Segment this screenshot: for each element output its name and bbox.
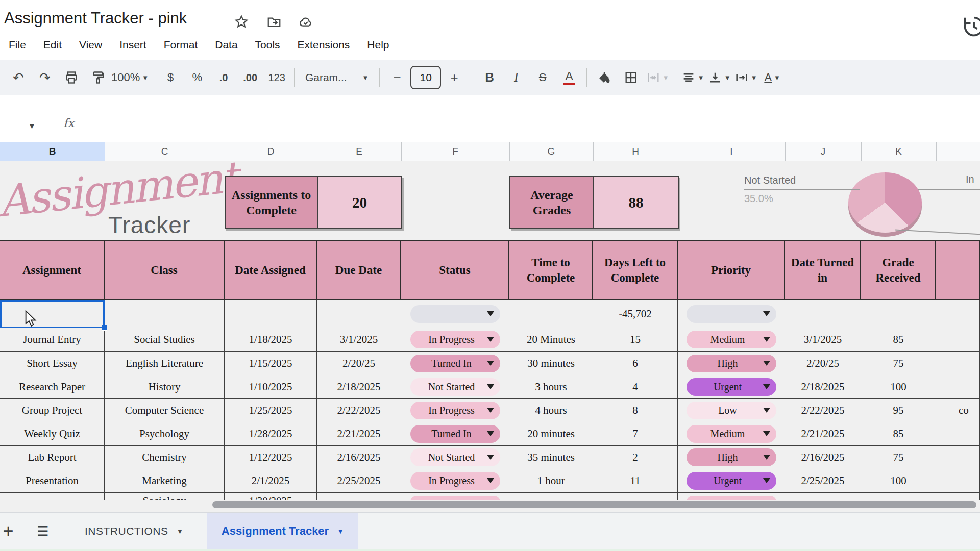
table-header-days-left-to-complete[interactable]: Days Left to Complete — [593, 240, 678, 300]
cell-status[interactable] — [401, 300, 509, 328]
font-select[interactable]: Garam...▼ — [299, 65, 375, 90]
format-percent-button[interactable]: % — [184, 65, 210, 90]
menu-help[interactable]: Help — [358, 36, 398, 54]
fill-color-button[interactable] — [591, 65, 618, 90]
cell-due-date[interactable]: 2/25/2025 — [317, 469, 401, 493]
cell-assignment[interactable]: Research Paper — [0, 375, 105, 399]
cell-extra[interactable] — [936, 352, 980, 375]
cell-time[interactable]: 30 minutes — [509, 352, 593, 375]
priority-dropdown-empty[interactable] — [687, 305, 776, 323]
cell-grade[interactable]: 95 — [861, 399, 936, 422]
cell-partial-time[interactable] — [509, 493, 593, 500]
status-dropdown[interactable]: Not Started — [410, 378, 500, 396]
menu-data[interactable]: Data — [206, 36, 246, 54]
cell-class-name[interactable]: Psychology — [105, 422, 225, 446]
cell-date-assigned[interactable]: 1/12/2025 — [225, 446, 317, 469]
cell-assignment[interactable]: Lab Report — [0, 446, 105, 469]
cell-extra[interactable] — [936, 446, 980, 469]
cell-date-assigned[interactable] — [225, 300, 317, 328]
text-color-button[interactable]: A — [556, 65, 582, 90]
cell-due-date[interactable]: 2/22/2025 — [317, 399, 401, 422]
cell-time[interactable]: 3 hours — [509, 375, 593, 399]
summary-assignments-box[interactable]: Assignments to Complete 20 — [225, 176, 402, 229]
cell-date-assigned[interactable]: 2/1/2025 — [225, 469, 317, 493]
cloud-saved-icon[interactable] — [298, 14, 313, 30]
priority-dropdown[interactable]: Medium — [687, 331, 776, 348]
status-dropdown[interactable]: Turned In — [410, 425, 500, 443]
cell-time[interactable] — [509, 300, 593, 328]
cell-partial-assignment[interactable] — [0, 493, 105, 500]
cell-due-date[interactable]: 2/16/2025 — [317, 446, 401, 469]
cell-priority[interactable]: Urgent — [678, 375, 785, 399]
column-header-K[interactable]: K — [861, 142, 937, 161]
add-sheet-button[interactable]: + — [0, 520, 18, 542]
cell-class-name[interactable]: History — [105, 375, 225, 399]
cell-due-date[interactable]: 2/20/25 — [317, 352, 401, 375]
menu-file[interactable]: File — [0, 36, 35, 54]
cell-partial-priority[interactable] — [678, 493, 785, 500]
cell-days-left[interactable]: -45,702 — [593, 300, 678, 328]
cell-assignment[interactable]: Group Project — [0, 399, 105, 422]
column-header-C[interactable]: C — [105, 142, 225, 161]
priority-dropdown[interactable]: High — [687, 355, 776, 372]
column-header-L[interactable] — [936, 142, 980, 161]
cell-status[interactable]: In Progress — [401, 469, 509, 493]
cell-date-assigned[interactable]: 1/18/2025 — [225, 328, 317, 352]
vertical-align-button[interactable]: ▼ — [706, 65, 732, 90]
column-header-G[interactable]: G — [509, 142, 594, 161]
menu-edit[interactable]: Edit — [35, 36, 70, 54]
table-header-extra[interactable] — [936, 240, 980, 300]
strikethrough-button[interactable]: S — [529, 65, 556, 90]
tab-assignment-tracker[interactable]: Assignment Tracker▼ — [207, 513, 358, 549]
name-box-dropdown-icon[interactable]: ▼ — [28, 121, 36, 130]
horizontal-scrollbar[interactable] — [212, 501, 976, 508]
cell-date-assigned[interactable]: 1/25/2025 — [225, 399, 317, 422]
cell-assignment[interactable]: Journal Entry — [0, 328, 105, 352]
menu-insert[interactable]: Insert — [111, 36, 155, 54]
cell-priority[interactable]: Medium — [678, 328, 785, 352]
cell-due-date[interactable]: 2/21/2025 — [317, 422, 401, 446]
cell-date-assigned[interactable]: 1/15/2025 — [225, 352, 317, 375]
status-dropdown[interactable]: Not Started — [410, 448, 500, 466]
priority-dropdown[interactable]: Low — [687, 402, 776, 419]
status-dropdown[interactable]: Turned In — [410, 355, 500, 372]
priority-dropdown[interactable]: Urgent — [687, 472, 776, 490]
cell-due-date[interactable] — [317, 300, 401, 328]
summary-grades-box[interactable]: Average Grades 88 — [509, 176, 679, 229]
decrease-font-size-button[interactable]: − — [384, 65, 410, 90]
cell-grade[interactable]: 100 — [861, 375, 936, 399]
cell-time[interactable]: 4 hours — [509, 399, 593, 422]
cell-assignment[interactable]: Short Essay — [0, 352, 105, 375]
cell-partial-grade[interactable] — [861, 493, 936, 500]
cell-turned-in[interactable]: 2/18/2025 — [785, 375, 861, 399]
cell-time[interactable]: 1 hour — [509, 469, 593, 493]
cell-partial-due-date[interactable] — [317, 493, 401, 500]
cell-priority[interactable]: High — [678, 446, 785, 469]
increase-font-size-button[interactable]: + — [441, 65, 468, 90]
font-size-input[interactable]: 10 — [410, 66, 441, 89]
cell-time[interactable]: 20 Minutes — [509, 328, 593, 352]
cell-status[interactable]: Not Started — [401, 375, 509, 399]
status-dropdown[interactable]: In Progress — [410, 402, 500, 419]
cell-turned-in[interactable] — [785, 300, 861, 328]
cell-days-left[interactable]: 2 — [593, 446, 678, 469]
cell-partial-turned-in[interactable] — [785, 493, 861, 500]
cell-class-name[interactable]: English Literature — [105, 352, 225, 375]
cell-turned-in[interactable]: 2/25/2025 — [785, 469, 861, 493]
table-header-priority[interactable]: Priority — [678, 240, 785, 300]
print-button[interactable] — [58, 65, 85, 90]
cell-extra[interactable] — [936, 469, 980, 493]
text-rotation-button[interactable]: A▼ — [759, 65, 786, 90]
cell-extra[interactable] — [936, 422, 980, 446]
cell-priority[interactable]: High — [678, 352, 785, 375]
cell-status[interactable]: Not Started — [401, 446, 509, 469]
merge-cells-button[interactable]: ▼ — [644, 65, 671, 90]
column-header-J[interactable]: J — [785, 142, 862, 161]
cell-class-name[interactable]: Computer Science — [105, 399, 225, 422]
cell-days-left[interactable]: 11 — [593, 469, 678, 493]
tab-instructions[interactable]: INSTRUCTIONS▼ — [85, 525, 184, 537]
cell-grade[interactable]: 85 — [861, 422, 936, 446]
cell-days-left[interactable]: 7 — [593, 422, 678, 446]
borders-button[interactable] — [618, 65, 644, 90]
cell-class-name[interactable]: Social Studies — [105, 328, 225, 352]
